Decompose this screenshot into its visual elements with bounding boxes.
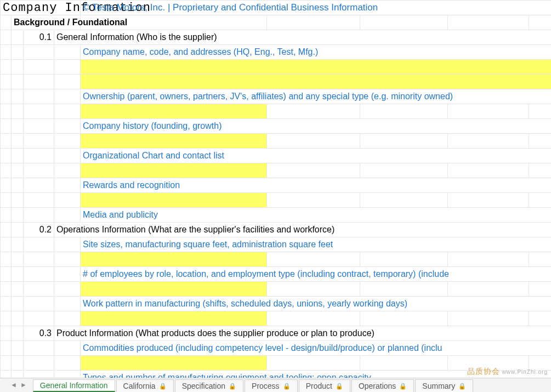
cell[interactable] bbox=[1, 237, 12, 252]
sheet-tab-general-information[interactable]: General Information bbox=[33, 379, 115, 392]
cell[interactable] bbox=[1, 89, 12, 104]
cell[interactable] bbox=[360, 163, 448, 178]
cell[interactable] bbox=[1, 30, 12, 45]
spreadsheet-grid[interactable]: Company Information© Tesla Motors, Inc. … bbox=[0, 0, 551, 385]
cell[interactable] bbox=[54, 356, 81, 371]
cell[interactable] bbox=[1, 223, 12, 237]
cell[interactable] bbox=[24, 282, 54, 297]
cell[interactable] bbox=[24, 89, 54, 104]
cell[interactable] bbox=[529, 193, 551, 208]
cell[interactable] bbox=[24, 252, 54, 267]
cell[interactable] bbox=[529, 104, 551, 119]
cell[interactable] bbox=[12, 341, 24, 356]
cell[interactable] bbox=[12, 311, 24, 326]
cell[interactable] bbox=[529, 134, 551, 149]
cell[interactable] bbox=[267, 134, 360, 149]
cell[interactable] bbox=[54, 89, 81, 104]
cell[interactable] bbox=[12, 356, 24, 371]
cell[interactable] bbox=[1, 163, 12, 178]
cell[interactable] bbox=[1, 208, 12, 223]
cell[interactable] bbox=[24, 45, 54, 60]
cell[interactable] bbox=[1, 134, 12, 149]
cell[interactable] bbox=[448, 311, 529, 326]
input-cell[interactable] bbox=[81, 75, 551, 89]
cell[interactable] bbox=[24, 341, 54, 356]
cell[interactable] bbox=[12, 149, 24, 163]
cell[interactable] bbox=[54, 311, 81, 326]
cell[interactable] bbox=[267, 104, 360, 119]
cell[interactable] bbox=[24, 60, 54, 75]
cell[interactable] bbox=[267, 311, 360, 326]
cell[interactable] bbox=[12, 134, 24, 149]
cell[interactable] bbox=[12, 193, 24, 208]
cell[interactable] bbox=[54, 60, 81, 75]
cell[interactable] bbox=[448, 282, 529, 297]
cell[interactable] bbox=[267, 15, 360, 30]
cell[interactable] bbox=[1, 252, 12, 267]
cell[interactable] bbox=[12, 282, 24, 297]
cell[interactable] bbox=[448, 15, 529, 30]
cell[interactable] bbox=[1, 282, 12, 297]
cell[interactable] bbox=[54, 297, 81, 311]
cell[interactable] bbox=[24, 193, 54, 208]
cell[interactable] bbox=[1, 149, 12, 163]
cell[interactable] bbox=[1, 341, 12, 356]
cell[interactable] bbox=[267, 252, 360, 267]
cell[interactable] bbox=[54, 45, 81, 60]
cell[interactable] bbox=[12, 119, 24, 134]
cell[interactable] bbox=[448, 252, 529, 267]
cell[interactable] bbox=[12, 237, 24, 252]
cell[interactable] bbox=[529, 163, 551, 178]
cell[interactable] bbox=[529, 282, 551, 297]
cell[interactable] bbox=[360, 15, 448, 30]
cell[interactable] bbox=[54, 282, 81, 297]
cell[interactable] bbox=[1, 193, 12, 208]
cell[interactable] bbox=[12, 208, 24, 223]
sheet-tab-process[interactable]: Process🔒 bbox=[245, 379, 298, 392]
cell[interactable] bbox=[360, 356, 448, 371]
cell[interactable] bbox=[24, 134, 54, 149]
cell[interactable] bbox=[267, 282, 360, 297]
input-cell[interactable] bbox=[81, 311, 267, 326]
tab-scroll-controls[interactable]: ◄► bbox=[4, 378, 33, 392]
cell[interactable] bbox=[12, 163, 24, 178]
cell[interactable] bbox=[24, 104, 54, 119]
cell[interactable] bbox=[12, 178, 24, 193]
cell[interactable] bbox=[529, 252, 551, 267]
cell[interactable] bbox=[54, 193, 81, 208]
cell[interactable] bbox=[1, 60, 12, 75]
cell[interactable] bbox=[448, 163, 529, 178]
cell[interactable] bbox=[12, 45, 24, 60]
cell[interactable] bbox=[12, 267, 24, 282]
cell[interactable] bbox=[54, 149, 81, 163]
cell[interactable] bbox=[1, 15, 12, 30]
cell[interactable] bbox=[24, 163, 54, 178]
cell[interactable] bbox=[12, 89, 24, 104]
cell[interactable] bbox=[448, 193, 529, 208]
cell[interactable] bbox=[1, 311, 12, 326]
sheet-tab-product[interactable]: Product🔒 bbox=[299, 379, 350, 392]
input-cell[interactable] bbox=[81, 104, 267, 119]
cell[interactable] bbox=[54, 341, 81, 356]
cell[interactable] bbox=[267, 163, 360, 178]
cell[interactable] bbox=[360, 311, 448, 326]
input-cell[interactable] bbox=[81, 163, 267, 178]
cell[interactable] bbox=[24, 297, 54, 311]
cell[interactable] bbox=[1, 297, 12, 311]
input-cell[interactable] bbox=[81, 134, 267, 149]
cell[interactable] bbox=[12, 60, 24, 75]
cell[interactable] bbox=[54, 178, 81, 193]
cell[interactable] bbox=[1, 326, 12, 341]
cell[interactable] bbox=[12, 326, 24, 341]
cell[interactable] bbox=[360, 252, 448, 267]
input-cell[interactable] bbox=[81, 193, 267, 208]
cell[interactable] bbox=[12, 75, 24, 89]
cell[interactable] bbox=[1, 356, 12, 371]
cell[interactable] bbox=[529, 311, 551, 326]
cell[interactable] bbox=[54, 134, 81, 149]
cell[interactable] bbox=[12, 104, 24, 119]
cell[interactable] bbox=[54, 104, 81, 119]
input-cell[interactable] bbox=[81, 282, 267, 297]
input-cell[interactable] bbox=[81, 356, 267, 371]
sheet-tab-california[interactable]: California🔒 bbox=[116, 379, 174, 392]
